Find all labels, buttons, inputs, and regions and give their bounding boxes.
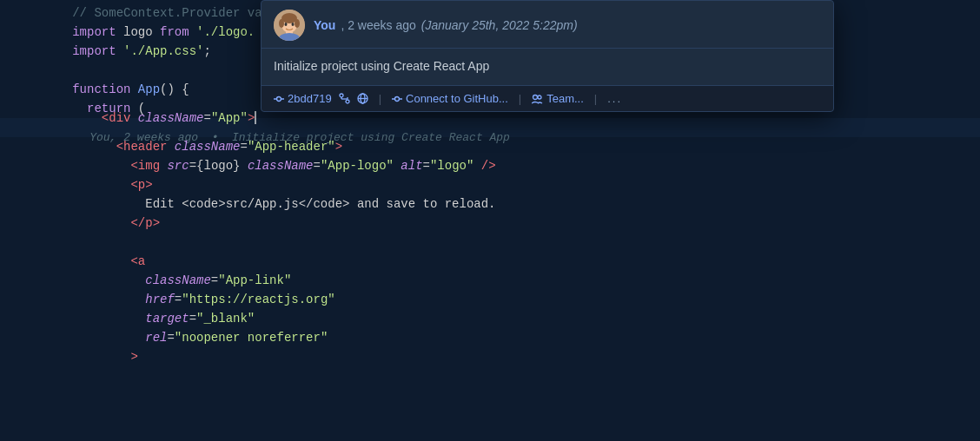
code-token: and xyxy=(357,197,379,211)
team-icon xyxy=(532,94,543,104)
team-button[interactable]: Team... xyxy=(532,92,584,105)
code-token: = xyxy=(423,159,430,173)
svg-point-9 xyxy=(277,96,281,101)
blame-popup-header: You , 2 weeks ago (January 25th, 2022 5:… xyxy=(262,1,833,49)
commit-icon xyxy=(274,94,284,104)
code-token: alt xyxy=(401,159,422,173)
svg-point-8 xyxy=(292,23,295,26)
svg-point-5 xyxy=(279,19,284,28)
svg-point-22 xyxy=(533,95,538,99)
code-token: ={logo} xyxy=(189,159,248,173)
blame-date: (January 25th, 2022 5:22pm) xyxy=(421,18,578,32)
compare-icon xyxy=(339,93,350,104)
compare-button[interactable] xyxy=(339,93,350,104)
code-line-19: > xyxy=(0,347,980,366)
svg-point-12 xyxy=(340,94,343,97)
code-token: save to reload. xyxy=(379,197,495,211)
code-token xyxy=(72,216,130,230)
code-token: = xyxy=(167,331,174,345)
code-token: rel xyxy=(145,331,167,345)
blame-toolbar: 2bdd719 | xyxy=(262,85,833,111)
team-label: Team... xyxy=(546,92,584,105)
blame-message: Initialize project using Create React Ap… xyxy=(262,49,833,85)
svg-point-7 xyxy=(285,23,288,26)
code-token: "noopener noreferrer" xyxy=(175,331,328,345)
code-token: className xyxy=(248,159,314,173)
github-icon xyxy=(392,94,402,104)
code-token: "App-logo" xyxy=(321,159,394,173)
blame-popup: You , 2 weeks ago (January 25th, 2022 5:… xyxy=(261,0,834,112)
code-line-18: rel="noopener noreferrer" xyxy=(0,328,980,347)
separator-2: | xyxy=(519,92,521,105)
more-button[interactable]: ... xyxy=(607,92,622,105)
blame-meta: You , 2 weeks ago (January 25th, 2022 5:… xyxy=(314,18,578,32)
separator-1: | xyxy=(379,92,381,105)
code-token: </p> xyxy=(130,216,160,230)
code-token: './App.css' xyxy=(123,44,203,58)
code-token: src xyxy=(167,159,189,173)
blame-time: , 2 weeks ago xyxy=(341,18,415,32)
code-token: ; xyxy=(203,44,210,58)
blame-author: You xyxy=(314,18,335,32)
code-token: "logo" xyxy=(430,159,473,173)
connect-github-button[interactable]: Connect to GitHub... xyxy=(392,92,508,105)
open-remote-button[interactable] xyxy=(357,93,368,104)
globe-icon xyxy=(357,93,368,104)
connect-github-label: Connect to GitHub... xyxy=(406,92,508,105)
editor-area: // SomeContext.Provider value={ import l… xyxy=(0,0,980,441)
avatar xyxy=(274,10,305,41)
code-line-13 xyxy=(0,233,980,252)
code-token xyxy=(72,350,130,364)
svg-point-23 xyxy=(538,95,541,99)
svg-point-19 xyxy=(395,96,400,101)
code-line-12: </p> xyxy=(0,214,980,233)
avatar-image xyxy=(274,10,305,41)
separator-3: | xyxy=(594,92,597,105)
svg-point-6 xyxy=(295,19,300,28)
code-token: = xyxy=(314,159,321,173)
commit-hash-button[interactable]: 2bdd719 xyxy=(274,92,332,105)
code-token: > xyxy=(130,350,137,364)
commit-hash-label: 2bdd719 xyxy=(288,92,332,105)
code-token: /> xyxy=(473,159,495,173)
svg-point-13 xyxy=(346,100,349,103)
code-token: import xyxy=(72,44,123,58)
